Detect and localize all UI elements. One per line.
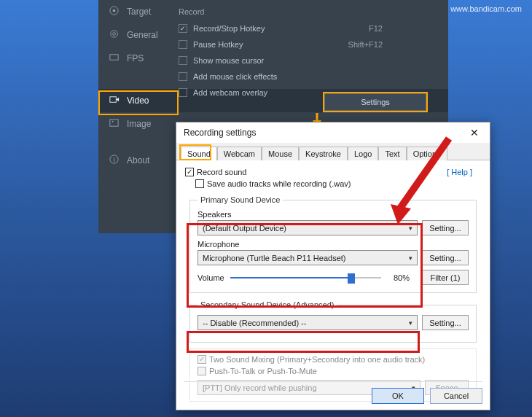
svg-text:i: i: [113, 156, 114, 163]
volume-percent: 80%: [387, 273, 416, 282]
record-sound-checkbox[interactable]: Record sound: [185, 168, 481, 176]
ptt-checkbox: Push-To-Talk or Push-To-Mute: [197, 367, 469, 375]
cancel-button[interactable]: Cancel: [430, 388, 482, 404]
tab-body: Record sound Save audio tracks while rec…: [176, 160, 490, 408]
app-main: Record ✓ Record/Stop Hotkey F12 Pause Ho…: [179, 7, 441, 101]
tab-text[interactable]: Text: [378, 147, 406, 160]
row-click-effects[interactable]: Add mouse click effects: [179, 69, 441, 85]
tab-webcam[interactable]: Webcam: [217, 147, 262, 160]
sidebar-item-label: About: [127, 155, 149, 165]
dialog-buttons: OK Cancel: [372, 388, 482, 404]
checkbox-icon: [197, 367, 206, 375]
help-link[interactable]: [ Help ]: [447, 168, 472, 176]
dropdown-value: Microphone (Turtle Beach P11 Headset): [203, 254, 345, 262]
checkbox-icon[interactable]: [179, 88, 187, 97]
tab-mouse[interactable]: Mouse: [262, 147, 299, 160]
checkbox-icon[interactable]: [179, 72, 187, 81]
checkbox-label: Save audio tracks while recording (.wav): [207, 179, 351, 188]
group-legend: Primary Sound Device: [197, 195, 283, 204]
row-show-cursor[interactable]: Show mouse cursor: [179, 52, 441, 69]
sidebar-item-label: FPS: [127, 53, 144, 63]
section-title: Record: [179, 7, 441, 16]
speakers-setting-button[interactable]: Setting...: [422, 220, 469, 235]
primary-device-group: Primary Sound Device Speakers (Default O…: [189, 195, 477, 293]
checkbox-icon: [197, 355, 206, 364]
svg-point-3: [113, 33, 116, 36]
checkbox-label: Two Sound Mixing (Primary+Secondary into…: [209, 355, 425, 364]
target-icon: [109, 5, 120, 18]
checkbox-label: Push-To-Talk or Push-To-Mute: [209, 367, 317, 375]
fps-icon: [109, 52, 120, 65]
row-label: Add webcam overlay: [193, 88, 267, 97]
checkbox-icon[interactable]: [179, 40, 187, 49]
svg-rect-5: [110, 97, 116, 103]
close-button[interactable]: ✕: [463, 125, 485, 141]
svg-point-7: [112, 121, 114, 122]
watermark-text: www.bandicam.com: [450, 4, 522, 13]
svg-point-2: [111, 31, 117, 37]
row-value: F12: [369, 24, 383, 33]
ok-button[interactable]: OK: [372, 388, 424, 404]
dialog-titlebar: Recording settings ✕: [176, 122, 490, 143]
image-icon: [109, 117, 120, 130]
dropdown-value: -- Disable (Recommended) --: [203, 319, 306, 327]
row-label: Show mouse cursor: [193, 56, 264, 65]
svg-rect-4: [110, 55, 118, 61]
checkbox-icon[interactable]: ✓: [179, 24, 187, 33]
close-icon: ✕: [470, 127, 479, 139]
sidebar-item-label: General: [127, 30, 158, 40]
divider: [184, 381, 482, 382]
tab-logo[interactable]: Logo: [348, 147, 378, 160]
tab-sound[interactable]: Sound: [181, 147, 217, 160]
checkbox-icon[interactable]: [179, 56, 187, 65]
secondary-dropdown[interactable]: -- Disable (Recommended) -- ▾: [197, 315, 418, 330]
svg-point-1: [113, 9, 116, 12]
row-record-hotkey[interactable]: ✓ Record/Stop Hotkey F12: [179, 20, 441, 36]
info-icon: i: [109, 154, 120, 167]
row-label: Pause Hotkey: [193, 40, 243, 49]
volume-slider[interactable]: [230, 272, 381, 284]
microphone-dropdown[interactable]: Microphone (Turtle Beach P11 Headset) ▾: [197, 250, 418, 265]
microphone-label: Microphone: [197, 240, 469, 249]
group-legend: Secondary Sound Device (Advanced): [197, 300, 337, 309]
row-pause-hotkey[interactable]: Pause Hotkey Shift+F12: [179, 36, 441, 52]
chevron-down-icon: ▾: [409, 225, 412, 232]
svg-rect-6: [110, 120, 118, 126]
dropdown-value: [PTT] Only record while pushing: [203, 383, 317, 392]
volume-label: Volume: [197, 273, 224, 282]
chevron-down-icon: ▾: [409, 319, 412, 327]
sidebar-item-label: Video: [127, 96, 149, 106]
checkbox-icon[interactable]: [195, 179, 204, 188]
checkbox-label: Record sound: [197, 168, 247, 176]
chevron-down-icon: ▾: [409, 254, 412, 262]
row-value: Shift+F12: [348, 40, 383, 49]
two-sound-mixing-checkbox: Two Sound Mixing (Primary+Secondary into…: [197, 355, 469, 364]
speakers-label: Speakers: [197, 210, 469, 219]
secondary-device-group: Secondary Sound Device (Advanced) -- Dis…: [189, 300, 477, 343]
speakers-dropdown[interactable]: (Default Output Device) ▾: [197, 220, 418, 235]
tab-keystroke[interactable]: Keystroke: [299, 147, 348, 160]
row-label: Add mouse click effects: [193, 72, 277, 81]
filter-button[interactable]: Filter (1): [422, 270, 469, 285]
sidebar-item-label: Target: [127, 7, 151, 17]
dropdown-value: (Default Output Device): [203, 224, 286, 233]
microphone-setting-button[interactable]: Setting...: [422, 250, 469, 265]
gear-icon: [109, 28, 120, 42]
checkbox-icon[interactable]: [185, 168, 194, 176]
row-label: Record/Stop Hotkey: [193, 24, 265, 33]
tabstrip: Sound Webcam Mouse Keystroke Logo Text O…: [176, 143, 490, 160]
save-wav-checkbox[interactable]: Save audio tracks while recording (.wav): [195, 179, 481, 188]
settings-button[interactable]: Settings: [324, 93, 426, 111]
secondary-setting-button[interactable]: Setting...: [422, 315, 469, 330]
video-icon: [109, 94, 120, 107]
sidebar-item-label: Image: [127, 119, 151, 129]
tab-options[interactable]: Options: [407, 147, 447, 160]
recording-settings-dialog: Recording settings ✕ Sound Webcam Mouse …: [176, 122, 490, 410]
dialog-title: Recording settings: [184, 128, 256, 138]
